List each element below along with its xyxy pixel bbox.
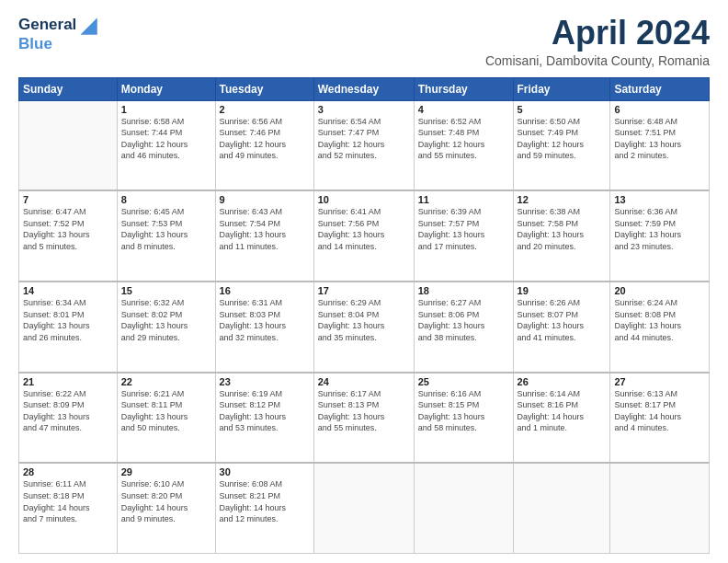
cell-week4-day2: 23Sunrise: 6:19 AMSunset: 8:12 PMDayligh… (215, 373, 313, 464)
day-info: Sunrise: 6:10 AMSunset: 8:20 PMDaylight:… (121, 478, 211, 524)
cell-week5-day6 (610, 463, 710, 553)
day-number: 20 (614, 285, 705, 296)
cell-week3-day4: 18Sunrise: 6:27 AMSunset: 8:06 PMDayligh… (414, 282, 513, 373)
day-number: 15 (121, 285, 211, 296)
day-number: 10 (318, 194, 410, 205)
logo: General ◢ Blue (18, 15, 97, 52)
cell-week3-day6: 20Sunrise: 6:24 AMSunset: 8:08 PMDayligh… (610, 282, 710, 373)
month-title: April 2024 (485, 15, 710, 52)
day-number: 24 (318, 376, 410, 387)
col-friday: Friday (513, 77, 610, 100)
col-tuesday: Tuesday (215, 77, 313, 100)
day-number: 21 (23, 376, 113, 387)
day-number: 4 (418, 104, 509, 115)
day-info: Sunrise: 6:34 AMSunset: 8:01 PMDaylight:… (23, 297, 113, 343)
col-thursday: Thursday (414, 77, 513, 100)
day-number: 28 (23, 466, 113, 477)
day-info: Sunrise: 6:47 AMSunset: 7:52 PMDaylight:… (23, 206, 113, 252)
cell-week3-day3: 17Sunrise: 6:29 AMSunset: 8:04 PMDayligh… (313, 282, 414, 373)
day-info: Sunrise: 6:52 AMSunset: 7:48 PMDaylight:… (418, 116, 509, 162)
day-number: 3 (318, 104, 410, 115)
day-info: Sunrise: 6:58 AMSunset: 7:44 PMDaylight:… (121, 116, 211, 162)
cell-week2-day3: 10Sunrise: 6:41 AMSunset: 7:56 PMDayligh… (313, 190, 414, 282)
day-info: Sunrise: 6:22 AMSunset: 8:09 PMDaylight:… (23, 388, 113, 434)
col-sunday: Sunday (19, 77, 118, 100)
logo-text-blue: Blue (18, 36, 97, 52)
cell-week1-day4: 4Sunrise: 6:52 AMSunset: 7:48 PMDaylight… (414, 100, 513, 190)
cell-week2-day0: 7Sunrise: 6:47 AMSunset: 7:52 PMDaylight… (19, 190, 118, 282)
cell-week5-day0: 28Sunrise: 6:11 AMSunset: 8:18 PMDayligh… (19, 463, 118, 553)
cell-week1-day6: 6Sunrise: 6:48 AMSunset: 7:51 PMDaylight… (610, 100, 710, 190)
day-info: Sunrise: 6:16 AMSunset: 8:15 PMDaylight:… (418, 388, 509, 434)
day-info: Sunrise: 6:13 AMSunset: 8:17 PMDaylight:… (614, 388, 705, 434)
logo-text-general: General (18, 16, 76, 33)
cell-week1-day3: 3Sunrise: 6:54 AMSunset: 7:47 PMDaylight… (313, 100, 414, 190)
week-row-5: 28Sunrise: 6:11 AMSunset: 8:18 PMDayligh… (19, 463, 710, 553)
header: General ◢ Blue April 2024 Comisani, Damb… (18, 15, 710, 68)
cell-week4-day3: 24Sunrise: 6:17 AMSunset: 8:13 PMDayligh… (313, 373, 414, 464)
day-number: 16 (220, 285, 310, 296)
cell-week3-day1: 15Sunrise: 6:32 AMSunset: 8:02 PMDayligh… (117, 282, 215, 373)
day-info: Sunrise: 6:17 AMSunset: 8:13 PMDaylight:… (318, 388, 410, 434)
col-monday: Monday (117, 77, 215, 100)
day-info: Sunrise: 6:48 AMSunset: 7:51 PMDaylight:… (614, 116, 705, 162)
cell-week2-day6: 13Sunrise: 6:36 AMSunset: 7:59 PMDayligh… (610, 190, 710, 282)
cell-week3-day5: 19Sunrise: 6:26 AMSunset: 8:07 PMDayligh… (513, 282, 610, 373)
col-saturday: Saturday (610, 77, 710, 100)
day-info: Sunrise: 6:50 AMSunset: 7:49 PMDaylight:… (518, 116, 607, 162)
cell-week4-day1: 22Sunrise: 6:21 AMSunset: 8:11 PMDayligh… (117, 373, 215, 464)
day-number: 13 (614, 194, 705, 205)
day-info: Sunrise: 6:14 AMSunset: 8:16 PMDaylight:… (518, 388, 607, 434)
cell-week5-day1: 29Sunrise: 6:10 AMSunset: 8:20 PMDayligh… (117, 463, 215, 553)
cell-week1-day5: 5Sunrise: 6:50 AMSunset: 7:49 PMDaylight… (513, 100, 610, 190)
day-info: Sunrise: 6:38 AMSunset: 7:58 PMDaylight:… (518, 206, 607, 252)
day-info: Sunrise: 6:36 AMSunset: 7:59 PMDaylight:… (614, 206, 705, 252)
day-number: 6 (614, 104, 705, 115)
title-block: April 2024 Comisani, Dambovita County, R… (485, 15, 710, 68)
day-info: Sunrise: 6:32 AMSunset: 8:02 PMDaylight:… (121, 297, 211, 343)
day-number: 8 (121, 194, 211, 205)
day-number: 19 (518, 285, 607, 296)
day-number: 23 (220, 376, 310, 387)
cell-week4-day5: 26Sunrise: 6:14 AMSunset: 8:16 PMDayligh… (513, 373, 610, 464)
cell-week1-day0 (19, 100, 118, 190)
cell-week5-day3 (313, 463, 414, 553)
day-info: Sunrise: 6:31 AMSunset: 8:03 PMDaylight:… (220, 297, 310, 343)
day-number: 1 (121, 104, 211, 115)
cell-week2-day2: 9Sunrise: 6:43 AMSunset: 7:54 PMDaylight… (215, 190, 313, 282)
page: General ◢ Blue April 2024 Comisani, Damb… (0, 0, 728, 563)
day-info: Sunrise: 6:24 AMSunset: 8:08 PMDaylight:… (614, 297, 705, 343)
location-subtitle: Comisani, Dambovita County, Romania (485, 53, 710, 68)
day-info: Sunrise: 6:43 AMSunset: 7:54 PMDaylight:… (220, 206, 310, 252)
day-info: Sunrise: 6:26 AMSunset: 8:07 PMDaylight:… (518, 297, 607, 343)
day-info: Sunrise: 6:08 AMSunset: 8:21 PMDaylight:… (220, 478, 310, 524)
calendar-header-row: Sunday Monday Tuesday Wednesday Thursday… (19, 77, 710, 100)
cell-week2-day5: 12Sunrise: 6:38 AMSunset: 7:58 PMDayligh… (513, 190, 610, 282)
day-info: Sunrise: 6:29 AMSunset: 8:04 PMDaylight:… (318, 297, 410, 343)
week-row-2: 7Sunrise: 6:47 AMSunset: 7:52 PMDaylight… (19, 190, 710, 282)
week-row-3: 14Sunrise: 6:34 AMSunset: 8:01 PMDayligh… (19, 282, 710, 373)
day-info: Sunrise: 6:56 AMSunset: 7:46 PMDaylight:… (220, 116, 310, 162)
day-number: 9 (220, 194, 310, 205)
day-info: Sunrise: 6:39 AMSunset: 7:57 PMDaylight:… (418, 206, 509, 252)
week-row-4: 21Sunrise: 6:22 AMSunset: 8:09 PMDayligh… (19, 373, 710, 464)
day-number: 30 (220, 466, 310, 477)
day-number: 12 (518, 194, 607, 205)
day-info: Sunrise: 6:45 AMSunset: 7:53 PMDaylight:… (121, 206, 211, 252)
day-number: 2 (220, 104, 310, 115)
day-number: 18 (418, 285, 509, 296)
day-info: Sunrise: 6:11 AMSunset: 8:18 PMDaylight:… (23, 478, 113, 524)
day-number: 26 (518, 376, 607, 387)
day-number: 5 (518, 104, 607, 115)
day-info: Sunrise: 6:21 AMSunset: 8:11 PMDaylight:… (121, 388, 211, 434)
day-number: 14 (23, 285, 113, 296)
day-number: 17 (318, 285, 410, 296)
day-number: 25 (418, 376, 509, 387)
cell-week3-day2: 16Sunrise: 6:31 AMSunset: 8:03 PMDayligh… (215, 282, 313, 373)
cell-week3-day0: 14Sunrise: 6:34 AMSunset: 8:01 PMDayligh… (19, 282, 118, 373)
day-number: 11 (418, 194, 509, 205)
day-number: 7 (23, 194, 113, 205)
day-number: 27 (614, 376, 705, 387)
cell-week5-day5 (513, 463, 610, 553)
cell-week1-day1: 1Sunrise: 6:58 AMSunset: 7:44 PMDaylight… (117, 100, 215, 190)
